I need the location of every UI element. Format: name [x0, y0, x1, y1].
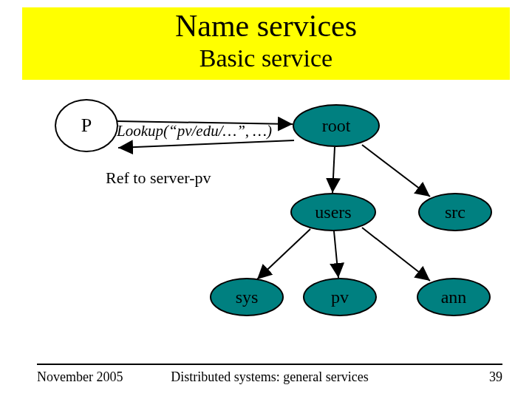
- node-pv: pv: [303, 278, 377, 316]
- node-sys-label: sys: [236, 287, 259, 307]
- arrow-users-to-pv: [334, 231, 338, 278]
- arrow-users-to-ann: [362, 228, 430, 281]
- node-p-label: P: [81, 115, 92, 137]
- node-src-label: src: [445, 202, 466, 222]
- footer-title: Distributed systems: general services: [37, 369, 502, 385]
- arrow-root-to-users: [332, 147, 335, 193]
- node-sys: sys: [210, 278, 284, 316]
- arrow-root-to-p: [118, 140, 294, 148]
- ref-label: Ref to server-pv: [106, 168, 211, 188]
- node-ann-label: ann: [441, 287, 467, 307]
- node-root-label: root: [322, 116, 351, 136]
- node-pv-label: pv: [331, 287, 349, 307]
- node-users-label: users: [315, 202, 351, 222]
- arrow-users-to-sys: [257, 229, 310, 279]
- node-src: src: [418, 193, 492, 231]
- node-p: P: [55, 99, 118, 152]
- footer-rule: [37, 364, 502, 365]
- slide: Name services Basic service P root users…: [0, 0, 532, 399]
- footer-row: November 2005 39 Distributed systems: ge…: [37, 369, 502, 385]
- title-band: Name services Basic service: [22, 7, 510, 80]
- lookup-label: Lookup(“pv/edu/…”, …): [117, 122, 272, 140]
- arrow-root-to-src: [362, 145, 430, 197]
- slide-subtitle: Basic service: [22, 46, 510, 71]
- node-root: root: [293, 104, 380, 147]
- slide-title: Name services: [22, 10, 510, 41]
- node-users: users: [290, 193, 376, 231]
- node-ann: ann: [417, 278, 491, 316]
